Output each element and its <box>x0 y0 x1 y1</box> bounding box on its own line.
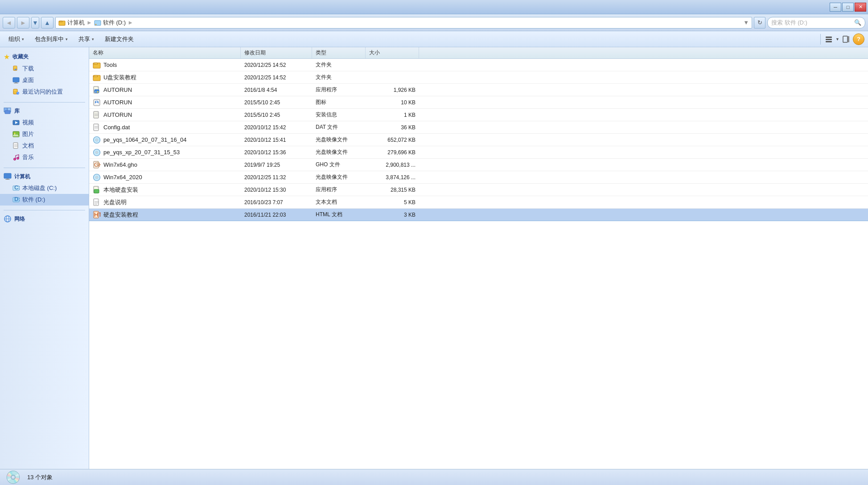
svg-text:HTML: HTML <box>94 211 101 218</box>
table-row[interactable]: 本地硬盘安装 2020/10/12 15:30 应用程序 28,315 KB <box>89 184 868 196</box>
preview-icon <box>843 36 850 43</box>
sidebar-item-desktop[interactable]: 桌面 <box>0 74 89 86</box>
file-type-cell: 应用程序 <box>312 86 366 94</box>
organize-button[interactable]: 组织 ▾ <box>4 33 29 45</box>
sidebar-item-downloads[interactable]: 下载 <box>0 63 89 74</box>
file-type-cell: 光盘映像文件 <box>312 136 366 144</box>
breadcrumb-arrow-1: ► <box>86 19 92 26</box>
sidebar-section-computer-header[interactable]: 计算机 <box>0 171 89 182</box>
file-name-cell: U盘安装教程 <box>89 74 241 82</box>
col-header-name[interactable]: 名称 <box>89 47 241 58</box>
documents-label: 文档 <box>22 142 34 150</box>
statusbar: 💿 13 个对象 <box>0 469 868 485</box>
refresh-button[interactable]: ↻ <box>754 17 765 29</box>
sidebar-item-drive-d[interactable]: D: 软件 (D:) <box>0 194 89 206</box>
svg-rect-4 <box>826 39 832 40</box>
pictures-icon <box>12 131 20 138</box>
search-placeholder: 搜索 软件 (D:) <box>771 19 854 27</box>
table-row[interactable]: Tools 2020/12/25 14:52 文件夹 <box>89 59 868 71</box>
table-row[interactable]: AUTORUN 2016/1/8 4:54 应用程序 1,926 KB <box>89 84 868 96</box>
table-row[interactable]: GHO Win7x64.gho 2019/9/7 19:25 GHO 文件 2,… <box>89 159 868 171</box>
new-folder-button[interactable]: 新建文件夹 <box>100 33 139 45</box>
svg-rect-9 <box>13 78 19 82</box>
table-row[interactable]: pe_yqs_1064_20_07_31_16_04 2020/10/12 15… <box>89 134 868 146</box>
col-header-date[interactable]: 修改日期 <box>241 47 312 58</box>
up-button[interactable]: ▲ <box>41 17 53 29</box>
network-label: 网络 <box>14 215 25 223</box>
sidebar-divider-2 <box>4 168 85 168</box>
breadcrumb-part-2[interactable]: 软件 (D:) <box>103 19 126 27</box>
table-row[interactable]: HTML 硬盘安装教程 2016/11/21 22:03 HTML 文档 3 K… <box>89 209 868 221</box>
file-name-cell: AUTORUN <box>89 99 241 107</box>
table-row[interactable]: AUTORUN 2015/5/10 2:45 安装信息 1 KB <box>89 109 868 121</box>
file-date-cell: 2015/5/10 2:45 <box>241 112 312 118</box>
computer-label: 计算机 <box>14 173 30 181</box>
breadcrumb-arrow-2: ► <box>128 19 133 26</box>
close-button[interactable]: ✕ <box>855 3 866 12</box>
sidebar-item-music[interactable]: 音乐 <box>0 152 89 163</box>
pictures-label: 图片 <box>22 130 34 138</box>
share-button[interactable]: 共享 ▾ <box>74 33 99 45</box>
help-button[interactable]: ? <box>853 33 864 45</box>
view-options-button[interactable] <box>823 33 835 45</box>
maximize-button[interactable]: □ <box>842 3 854 12</box>
forward-button[interactable]: ► <box>17 17 29 29</box>
file-type-cell: 文件夹 <box>312 74 366 81</box>
sidebar-item-documents[interactable]: 文档 <box>0 140 89 152</box>
file-date-cell: 2020/10/12 15:41 <box>241 137 312 143</box>
video-icon <box>12 119 20 126</box>
minimize-button[interactable]: ─ <box>830 3 841 12</box>
svg-rect-5 <box>826 41 832 42</box>
filelist-header: 名称 修改日期 类型 大小 <box>89 47 868 59</box>
sidebar-item-recent[interactable]: 最近访问的位置 <box>0 86 89 98</box>
recent-icon <box>12 88 20 95</box>
new-folder-label: 新建文件夹 <box>105 35 134 43</box>
sidebar-section-library-header[interactable]: 库 <box>0 105 89 117</box>
file-size-cell: 1,926 KB <box>366 87 419 93</box>
file-size-cell: 3,874,126 ... <box>366 174 419 181</box>
table-row[interactable]: 光盘说明 2016/10/23 7:07 文本文档 5 KB <box>89 196 868 209</box>
svg-text:GHO: GHO <box>94 161 101 168</box>
file-name: U盘安装教程 <box>103 74 136 82</box>
sidebar-section-favorites-header[interactable]: ★ 收藏夹 <box>0 51 89 63</box>
folder-icon <box>58 19 66 26</box>
svg-point-56 <box>96 152 97 153</box>
col-header-size[interactable]: 大小 <box>366 47 419 58</box>
file-type-cell: 应用程序 <box>312 186 366 193</box>
file-name: Tools <box>103 62 117 68</box>
recent-label: 最近访问的位置 <box>22 88 63 96</box>
file-name-cell: AUTORUN <box>89 86 241 94</box>
table-row[interactable]: pe_yqs_xp_20_07_31_15_53 2020/10/12 15:3… <box>89 146 868 159</box>
table-row[interactable]: U盘安装教程 2020/12/25 14:52 文件夹 <box>89 71 868 84</box>
file-date-cell: 2020/10/12 15:36 <box>241 149 312 156</box>
file-list[interactable]: 名称 修改日期 类型 大小 Tools 2020/12/25 14:52 文件夹… <box>89 47 868 469</box>
sidebar-item-pictures[interactable]: 图片 <box>0 128 89 140</box>
file-type-cell: 文本文档 <box>312 198 366 206</box>
sidebar-item-drive-c[interactable]: C: 本地磁盘 (C:) <box>0 182 89 194</box>
file-type-icon <box>93 111 101 119</box>
search-icon[interactable]: 🔍 <box>854 19 861 26</box>
library-label: 库 <box>14 107 20 115</box>
include-library-button[interactable]: 包含到库中 ▾ <box>30 33 73 45</box>
network-icon <box>4 215 12 223</box>
file-name: AUTORUN <box>103 86 132 93</box>
preview-pane-button[interactable] <box>840 33 852 45</box>
svg-rect-3 <box>826 37 832 38</box>
back-button[interactable]: ◄ <box>3 17 15 29</box>
table-row[interactable]: Config.dat 2020/10/12 15:42 DAT 文件 36 KB <box>89 121 868 134</box>
file-name: Win7x64_2020 <box>103 174 142 181</box>
table-row[interactable]: AUTORUN 2015/5/10 2:45 图标 10 KB <box>89 96 868 109</box>
drive-c-icon: C: <box>12 185 20 192</box>
breadcrumb-part-1[interactable]: 计算机 <box>67 19 85 27</box>
sidebar-item-video[interactable]: 视频 <box>0 117 89 128</box>
address-dropdown-button[interactable]: ▼ <box>743 19 749 26</box>
addressbar: ◄ ► ▼ ▲ 计算机 ► 软件 (D:) ► ▼ ↻ 搜索 软件 (D:) 🔍 <box>0 14 868 31</box>
recent-locations-button[interactable]: ▼ <box>31 17 39 29</box>
file-type-cell: GHO 文件 <box>312 161 366 169</box>
table-row[interactable]: Win7x64_2020 2020/12/25 11:32 光盘映像文件 3,8… <box>89 171 868 184</box>
col-header-type[interactable]: 类型 <box>312 47 366 58</box>
view-dropdown-arrow[interactable]: ▼ <box>835 37 839 41</box>
sidebar-section-network-header[interactable]: 网络 <box>0 213 89 225</box>
file-date-cell: 2020/10/12 15:42 <box>241 124 312 131</box>
file-name-cell: Config.dat <box>89 123 241 132</box>
